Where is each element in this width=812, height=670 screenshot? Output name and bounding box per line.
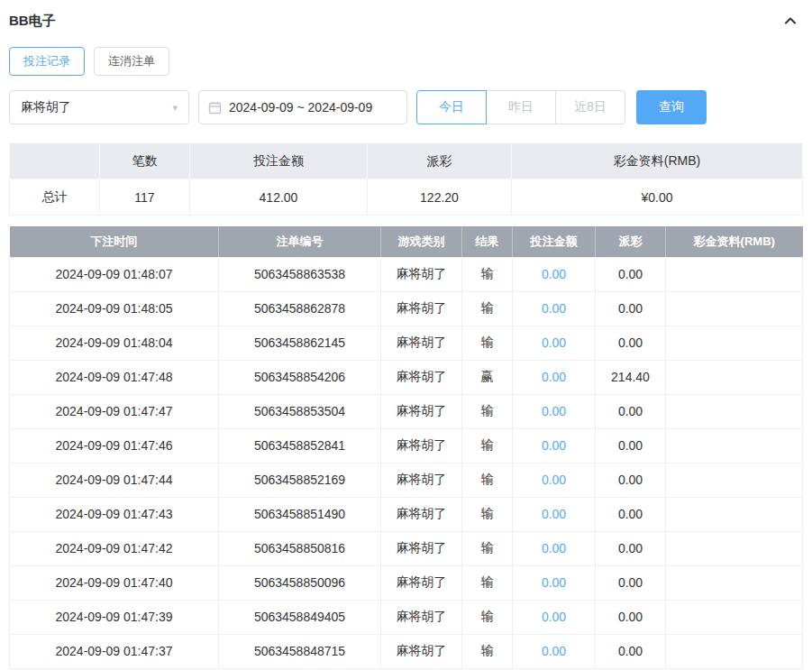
bet-amount-cell: 0.00 [513, 565, 596, 600]
summary-total-row: 总计 117 412.00 122.20 ¥0.00 [10, 179, 803, 216]
bet-time-cell: 2024-09-09 01:48:05 [10, 291, 219, 326]
today-button[interactable]: 今日 [416, 90, 487, 124]
bet-amount-link[interactable]: 0.00 [542, 575, 566, 590]
game-type-cell: 麻将胡了 [381, 497, 462, 531]
bet-amount-link[interactable]: 0.00 [542, 335, 566, 350]
bonus-cell [666, 428, 803, 463]
table-row: 2024-09-09 01:47:405063458850096麻将胡了输0.0… [10, 565, 803, 600]
bet-amount-link[interactable]: 0.00 [542, 404, 566, 418]
summary-header-bonus: 彩金资料(RMB) [512, 143, 803, 179]
order-id-cell: 5063458852841 [219, 428, 381, 463]
payout-cell: 0.00 [596, 600, 666, 634]
payout-cell: 0.00 [596, 326, 666, 360]
tab-bet-records[interactable]: 投注记录 [9, 47, 85, 76]
payout-cell: 214.40 [596, 360, 666, 394]
order-id-cell: 5063458850816 [219, 531, 381, 565]
bet-amount-cell: 0.00 [513, 428, 596, 463]
table-row: 2024-09-09 01:48:045063458862145麻将胡了输0.0… [10, 326, 803, 360]
result-cell: 输 [462, 634, 513, 668]
bet-time-cell: 2024-09-09 01:47:46 [10, 428, 219, 463]
table-row: 2024-09-09 01:47:395063458849405麻将胡了输0.0… [10, 600, 803, 634]
bet-amount-cell: 0.00 [513, 360, 596, 394]
order-id-cell: 5063458851490 [219, 497, 381, 531]
order-id-cell: 5063458853504 [219, 394, 381, 428]
game-type-cell: 麻将胡了 [381, 600, 462, 634]
payout-cell: 0.00 [596, 428, 666, 463]
bet-table-body: 2024-09-09 01:48:075063458863538麻将胡了输0.0… [10, 257, 803, 668]
bonus-cell [666, 360, 803, 394]
panel-header: BB电子 [9, 11, 803, 31]
table-row: 2024-09-09 01:47:445063458852169麻将胡了输0.0… [10, 463, 803, 497]
bonus-cell [666, 565, 803, 600]
bonus-cell [666, 634, 803, 668]
order-id-cell: 5063458852169 [219, 463, 381, 497]
bet-amount-cell: 0.00 [513, 394, 596, 428]
bet-amount-cell: 0.00 [513, 531, 596, 565]
last-8-days-button[interactable]: 近8日 [555, 90, 625, 124]
order-id-cell: 5063458863538 [219, 257, 381, 291]
chevron-down-icon: ▾ [172, 102, 178, 114]
header-bonus: 彩金资料(RMB) [666, 226, 803, 257]
game-type-cell: 麻将胡了 [381, 565, 462, 600]
bet-amount-link[interactable]: 0.00 [542, 267, 566, 281]
summary-header-empty [10, 143, 100, 179]
order-id-cell: 5063458854206 [219, 360, 381, 394]
bonus-cell [666, 497, 803, 531]
yesterday-button[interactable]: 昨日 [486, 90, 556, 124]
table-row: 2024-09-09 01:48:055063458862878麻将胡了输0.0… [10, 291, 803, 326]
bet-amount-link[interactable]: 0.00 [542, 370, 566, 384]
summary-payout-value: 122.20 [368, 179, 512, 216]
date-range-input[interactable]: 2024-09-09 ~ 2024-09-09 [198, 90, 407, 124]
game-type-cell: 麻将胡了 [381, 360, 462, 394]
game-type-cell: 麻将胡了 [381, 531, 462, 565]
bet-amount-link[interactable]: 0.00 [542, 438, 566, 453]
result-cell: 输 [462, 531, 513, 565]
result-cell: 输 [462, 257, 513, 291]
summary-total-label: 总计 [10, 179, 100, 216]
chevron-up-icon [783, 14, 798, 28]
summary-bet-amount-value: 412.00 [190, 179, 368, 216]
page-title: BB电子 [9, 13, 56, 30]
bet-amount-link[interactable]: 0.00 [542, 644, 566, 658]
bet-records-table: 下注时间 注单编号 游戏类别 结果 投注金额 派彩 彩金资料(RMB) 2024… [9, 226, 803, 669]
table-row: 2024-09-09 01:47:475063458853504麻将胡了输0.0… [10, 394, 803, 428]
summary-table: 笔数 投注金额 派彩 彩金资料(RMB) 总计 117 412.00 122.2… [9, 142, 803, 216]
bet-amount-cell: 0.00 [513, 600, 596, 634]
bet-amount-link[interactable]: 0.00 [542, 610, 566, 624]
bet-table-header-row: 下注时间 注单编号 游戏类别 结果 投注金额 派彩 彩金资料(RMB) [10, 226, 803, 257]
bet-time-cell: 2024-09-09 01:47:48 [10, 360, 219, 394]
header-result: 结果 [462, 226, 513, 257]
bonus-cell [666, 600, 803, 634]
game-type-cell: 麻将胡了 [381, 634, 462, 668]
bet-amount-link[interactable]: 0.00 [542, 541, 566, 555]
payout-cell: 0.00 [596, 257, 666, 291]
bet-amount-link[interactable]: 0.00 [542, 301, 566, 316]
table-row: 2024-09-09 01:48:075063458863538麻将胡了输0.0… [10, 257, 803, 291]
bet-amount-link[interactable]: 0.00 [542, 473, 566, 487]
bet-amount-link[interactable]: 0.00 [542, 507, 566, 521]
game-select[interactable]: 麻将胡了 ▾ [9, 90, 189, 124]
result-cell: 输 [462, 394, 513, 428]
record-tabs: 投注记录 连消注单 [9, 47, 803, 76]
order-id-cell: 5063458849405 [219, 600, 381, 634]
result-cell: 输 [462, 600, 513, 634]
summary-header-bet-amount: 投注金额 [190, 143, 368, 179]
bet-amount-cell: 0.00 [513, 634, 596, 668]
game-type-cell: 麻将胡了 [381, 257, 462, 291]
collapse-panel-button[interactable] [783, 14, 803, 28]
quick-date-buttons: 今日 昨日 近8日 [416, 90, 625, 124]
table-row: 2024-09-09 01:47:485063458854206麻将胡了赢0.0… [10, 360, 803, 394]
search-button[interactable]: 查询 [636, 90, 707, 124]
summary-header-payout: 派彩 [368, 143, 512, 179]
result-cell: 输 [462, 463, 513, 497]
filter-bar: 麻将胡了 ▾ 2024-09-09 ~ 2024-09-09 今日 昨日 近8日… [9, 90, 803, 124]
game-type-cell: 麻将胡了 [381, 394, 462, 428]
game-type-cell: 麻将胡了 [381, 326, 462, 360]
game-type-cell: 麻将胡了 [381, 291, 462, 326]
order-id-cell: 5063458862878 [219, 291, 381, 326]
bet-time-cell: 2024-09-09 01:48:07 [10, 257, 219, 291]
tab-cancelled-orders[interactable]: 连消注单 [94, 47, 169, 76]
bet-amount-cell: 0.00 [513, 326, 596, 360]
bet-time-cell: 2024-09-09 01:47:47 [10, 394, 219, 428]
table-row: 2024-09-09 01:47:375063458848715麻将胡了输0.0… [10, 634, 803, 668]
